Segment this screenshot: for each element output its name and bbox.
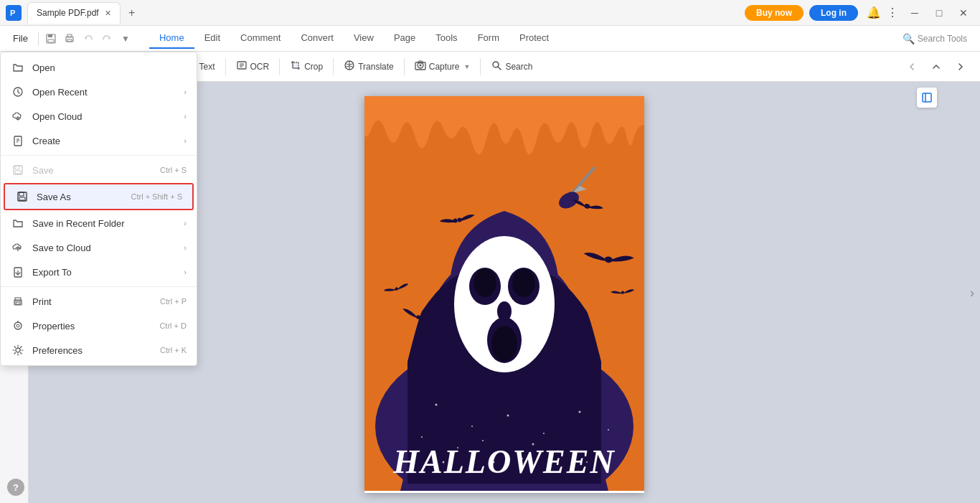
menu-save-as[interactable]: Save As Ctrl + Shift + S xyxy=(4,183,194,210)
new-tab-button[interactable]: + xyxy=(123,4,141,22)
login-button[interactable]: Log in xyxy=(809,5,858,21)
menu-open-cloud[interactable]: Open Cloud › xyxy=(1,104,197,128)
toolbar-sep-4 xyxy=(225,58,226,75)
svg-rect-76 xyxy=(15,171,21,174)
print-toolbar-btn[interactable] xyxy=(60,29,79,48)
dropdown-toolbar-btn[interactable]: ▼ xyxy=(116,29,135,48)
search-tools-button[interactable]: 🔍 Search Tools xyxy=(895,30,974,47)
svg-point-50 xyxy=(471,426,473,427)
toolbar-sep-8 xyxy=(480,58,481,75)
save-cloud-arrow: › xyxy=(184,243,187,252)
tab-close-button[interactable]: ✕ xyxy=(105,9,111,18)
scroll-right-button[interactable]: › xyxy=(970,285,974,300)
svg-point-53 xyxy=(579,411,581,413)
open-cloud-icon xyxy=(11,109,25,123)
more-options-icon[interactable]: ⋮ xyxy=(887,6,898,19)
svg-point-49 xyxy=(435,404,438,406)
svg-rect-3 xyxy=(48,34,52,37)
save-icon xyxy=(11,163,25,177)
menu-print[interactable]: Print Ctrl + P xyxy=(1,289,197,314)
crop-button[interactable]: Crop xyxy=(284,57,329,76)
menu-open-recent[interactable]: Open Recent › xyxy=(1,80,197,104)
save-cloud-icon xyxy=(11,240,25,255)
save-toolbar-btn[interactable] xyxy=(42,29,60,48)
svg-point-86 xyxy=(14,322,22,329)
menu-tab-home[interactable]: Home xyxy=(149,28,194,49)
create-arrow: › xyxy=(184,136,187,145)
menu-save-cloud[interactable]: Save to Cloud › xyxy=(1,235,197,260)
open-icon xyxy=(11,60,25,75)
toolbar-sep-6 xyxy=(333,58,334,75)
export-icon xyxy=(11,265,25,279)
menu-tab-page[interactable]: Page xyxy=(384,28,425,49)
menu-tab-protect[interactable]: Protect xyxy=(509,28,559,49)
file-menu-trigger[interactable]: File xyxy=(6,30,35,47)
window-controls: ─ □ ✕ xyxy=(904,4,974,22)
svg-point-35 xyxy=(512,268,535,297)
panel-toggle-button[interactable] xyxy=(917,88,937,108)
svg-rect-66 xyxy=(923,93,931,102)
menu-export[interactable]: Export To › xyxy=(1,260,197,284)
save-recent-arrow: › xyxy=(184,219,187,227)
menu-open[interactable]: Open xyxy=(1,55,197,80)
search-icon xyxy=(491,60,502,73)
nav-up-btn[interactable] xyxy=(925,59,947,75)
svg-rect-75 xyxy=(15,166,19,169)
file-menu: Open Open Recent › Open Cloud › Create ›… xyxy=(0,52,197,366)
buy-now-button[interactable]: Buy now xyxy=(745,5,804,21)
svg-rect-78 xyxy=(19,192,24,196)
menubar: File ▼ Home Edit Comment Convert View Pa… xyxy=(0,26,980,52)
translate-button[interactable]: Translate xyxy=(338,57,400,76)
capture-button[interactable]: Capture ▼ xyxy=(409,57,476,76)
svg-text:P: P xyxy=(10,9,15,17)
capture-icon xyxy=(415,60,426,73)
menu-tab-tools[interactable]: Tools xyxy=(425,28,467,49)
notification-icon[interactable]: 🔔 xyxy=(867,6,881,19)
minimize-button[interactable]: ─ xyxy=(904,4,925,22)
svg-point-87 xyxy=(17,324,19,327)
properties-icon xyxy=(11,319,25,333)
toolbar-sep-7 xyxy=(404,58,405,75)
open-recent-icon xyxy=(11,85,25,99)
search-button[interactable]: Search xyxy=(485,57,538,76)
menu-create[interactable]: Create › xyxy=(1,128,197,153)
toolbar-sep-5 xyxy=(279,58,280,75)
divider-2 xyxy=(1,286,197,287)
nav-left-btn[interactable] xyxy=(901,59,923,75)
ocr-button[interactable]: OCR xyxy=(230,57,275,76)
pdf-page: HALLOWEEN HALLOWEEN xyxy=(364,96,644,493)
export-arrow: › xyxy=(184,268,187,276)
redo-toolbar-btn[interactable] xyxy=(98,29,116,48)
menu-properties[interactable]: Properties Ctrl + D xyxy=(1,314,197,338)
menu-tab-edit[interactable]: Edit xyxy=(194,28,230,49)
open-cloud-arrow: › xyxy=(184,112,187,121)
svg-rect-85 xyxy=(16,302,20,304)
svg-point-51 xyxy=(507,415,509,417)
crop-label: Crop xyxy=(304,62,323,72)
divider-1 xyxy=(1,155,197,156)
maximize-button[interactable]: □ xyxy=(928,4,950,22)
help-button[interactable]: ? xyxy=(7,479,24,496)
menu-tab-view[interactable]: View xyxy=(344,28,384,49)
toolbar-separator xyxy=(38,32,39,46)
save-recent-icon xyxy=(11,216,25,230)
svg-rect-20 xyxy=(293,62,298,68)
svg-rect-4 xyxy=(48,39,54,42)
svg-point-52 xyxy=(543,433,545,434)
menu-tab-comment[interactable]: Comment xyxy=(230,28,291,49)
search-label: Search xyxy=(505,62,532,72)
tab-active[interactable]: Sample PDF.pdf ✕ xyxy=(27,2,121,24)
close-button[interactable]: ✕ xyxy=(953,4,974,22)
save-as-icon xyxy=(15,189,29,204)
svg-point-33 xyxy=(473,268,496,297)
create-icon xyxy=(11,133,25,148)
svg-text:HALLOWEEN: HALLOWEEN xyxy=(392,443,615,480)
nav-right-btn[interactable] xyxy=(950,59,971,75)
svg-point-89 xyxy=(16,348,20,352)
menu-tab-form[interactable]: Form xyxy=(468,28,509,49)
menu-tab-convert[interactable]: Convert xyxy=(291,28,344,49)
menu-preferences[interactable]: Preferences Ctrl + K xyxy=(1,338,197,362)
undo-toolbar-btn[interactable] xyxy=(79,29,98,48)
svg-line-28 xyxy=(498,67,501,70)
menu-save-recent[interactable]: Save in Recent Folder › xyxy=(1,211,197,235)
